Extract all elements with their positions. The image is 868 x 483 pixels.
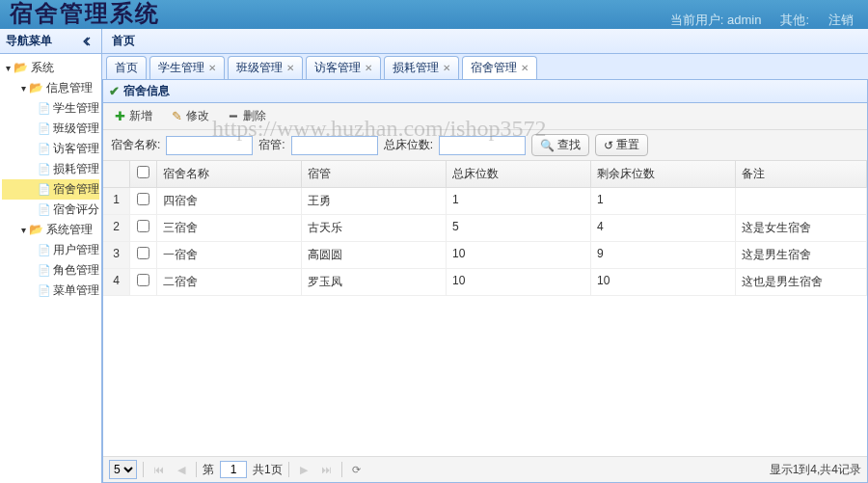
other-label: 其他:: [780, 12, 809, 29]
tree-node-用户管理[interactable]: 用户管理: [2, 240, 99, 260]
col-checkbox[interactable]: [130, 161, 157, 187]
page-current-input[interactable]: [220, 461, 247, 478]
tree-node-班级管理[interactable]: 班级管理: [2, 119, 99, 139]
main-title: 首页: [102, 29, 868, 54]
folder-icon: [29, 223, 44, 238]
tree-node-角色管理[interactable]: 角色管理: [2, 260, 99, 281]
tab-宿舍管理[interactable]: 宿舍管理✕: [462, 56, 537, 79]
cell-keeper: 古天乐: [302, 215, 447, 241]
tree-label: 学生管理: [53, 100, 99, 117]
pager: 5 ⏮ ◀ 第 共1页 ▶ ⏭ ⟳ 显示1到4,共4记录: [103, 456, 867, 482]
col-total[interactable]: 总床位数: [447, 161, 591, 187]
tabs-bar: 首页学生管理✕班级管理✕访客管理✕损耗管理✕宿舍管理✕: [102, 54, 868, 80]
tab-label: 学生管理: [158, 60, 204, 76]
tree-node-信息管理[interactable]: ▾信息管理: [2, 78, 99, 98]
tree-node-访客管理[interactable]: 访客管理: [2, 139, 99, 159]
search-keeper-input[interactable]: [291, 136, 378, 155]
col-note[interactable]: 备注: [736, 161, 867, 187]
check-icon: ✔: [109, 84, 120, 98]
tree-node-宿舍管理[interactable]: 宿舍管理: [2, 179, 99, 200]
tab-close-icon[interactable]: ✕: [365, 63, 372, 73]
tab-首页[interactable]: 首页: [106, 56, 147, 79]
tree-label: 系统管理: [46, 222, 93, 238]
row-checkbox[interactable]: [137, 220, 149, 232]
logout-link[interactable]: 注销: [828, 12, 854, 29]
col-rownum: [103, 161, 130, 187]
delete-button[interactable]: ━删除: [222, 106, 271, 126]
tab-close-icon[interactable]: ✕: [443, 63, 450, 73]
current-user-label: 当前用户: admin: [670, 12, 762, 29]
tab-close-icon[interactable]: ✕: [286, 63, 294, 73]
tree-node-学生管理[interactable]: 学生管理: [2, 98, 99, 119]
next-page-button[interactable]: ▶: [295, 461, 312, 478]
cell-remain: 9: [591, 242, 736, 268]
tree-label: 损耗管理: [53, 161, 99, 177]
sidebar-title: 导航菜单: [6, 33, 52, 49]
datagrid-title-bar: ✔ 宿舍信息: [103, 80, 867, 103]
search-reset-button[interactable]: ↺重置: [595, 134, 648, 156]
search-name-label: 宿舍名称:: [111, 137, 160, 153]
reset-icon: ↺: [604, 139, 613, 152]
search-beds-input[interactable]: [439, 136, 526, 155]
search-find-button[interactable]: 🔍查找: [531, 134, 589, 156]
row-checkbox[interactable]: [137, 193, 149, 205]
tree-node-宿舍评分[interactable]: 宿舍评分: [2, 200, 99, 220]
plus-icon: ✚: [113, 110, 126, 123]
row-checkbox[interactable]: [137, 274, 149, 286]
tree-node-系统[interactable]: ▾系统: [2, 58, 99, 78]
tree-label: 角色管理: [53, 262, 99, 279]
tab-访客管理[interactable]: 访客管理✕: [306, 56, 381, 79]
select-all-checkbox[interactable]: [137, 166, 149, 178]
tree-node-菜单管理[interactable]: 菜单管理: [2, 281, 99, 301]
datagrid-toolbar: ✚新增 ✎修改 ━删除: [103, 103, 867, 130]
cell-total: 1: [447, 188, 591, 214]
tree-label: 宿舍管理: [53, 181, 99, 198]
row-checkbox-cell[interactable]: [130, 188, 157, 214]
tab-close-icon[interactable]: ✕: [521, 63, 529, 73]
minus-icon: ━: [227, 110, 240, 123]
row-checkbox[interactable]: [137, 247, 149, 259]
collapse-sidebar-button[interactable]: [80, 34, 95, 49]
search-beds-label: 总床位数:: [384, 137, 433, 153]
row-checkbox-cell[interactable]: [130, 269, 157, 295]
row-number: 1: [103, 188, 130, 214]
page-size-select[interactable]: 5: [109, 460, 137, 479]
table-row[interactable]: 2三宿舍古天乐54这是女生宿舍: [103, 215, 867, 242]
tree-node-损耗管理[interactable]: 损耗管理: [2, 159, 99, 179]
col-remain[interactable]: 剩余床位数: [591, 161, 736, 187]
tab-label: 损耗管理: [393, 60, 439, 76]
row-checkbox-cell[interactable]: [130, 215, 157, 241]
app-logo: 宿舍管理系统: [0, 0, 656, 29]
tree-node-系统管理[interactable]: ▾系统管理: [2, 220, 99, 240]
col-keeper[interactable]: 宿管: [302, 161, 447, 187]
table-row[interactable]: 4二宿舍罗玉凤1010这也是男生宿舍: [103, 269, 867, 296]
page-total-label: 共1页: [253, 462, 283, 478]
last-page-button[interactable]: ⏭: [318, 461, 336, 478]
table-row[interactable]: 3一宿舍高圆圆109这是男生宿舍: [103, 242, 867, 269]
tab-班级管理[interactable]: 班级管理✕: [228, 56, 303, 79]
row-number: 4: [103, 269, 130, 295]
refresh-button[interactable]: ⟳: [348, 461, 366, 478]
cell-name: 二宿舍: [157, 269, 302, 295]
sidebar: 导航菜单 ▾系统▾信息管理学生管理班级管理访客管理损耗管理宿舍管理宿舍评分▾系统…: [0, 29, 102, 483]
add-button[interactable]: ✚新增: [108, 106, 157, 126]
tree-label: 菜单管理: [53, 282, 99, 299]
cell-keeper: 高圆圆: [302, 242, 447, 268]
datagrid-title: 宿舍信息: [123, 83, 170, 99]
prev-page-button[interactable]: ◀: [173, 461, 190, 478]
sidebar-header: 导航菜单: [0, 29, 101, 54]
cell-total: 10: [447, 269, 591, 295]
tab-学生管理[interactable]: 学生管理✕: [149, 56, 225, 79]
tab-close-icon[interactable]: ✕: [208, 63, 216, 73]
edit-button[interactable]: ✎修改: [165, 106, 214, 126]
col-name[interactable]: 宿舍名称: [157, 161, 302, 187]
page-icon: [38, 121, 51, 137]
first-page-button[interactable]: ⏮: [149, 461, 167, 478]
table-row[interactable]: 1四宿舍王勇11: [103, 188, 867, 215]
search-name-input[interactable]: [166, 136, 253, 155]
tab-损耗管理[interactable]: 损耗管理✕: [384, 56, 459, 79]
tab-label: 首页: [115, 60, 138, 76]
row-checkbox-cell[interactable]: [130, 242, 157, 268]
pencil-icon: ✎: [170, 110, 183, 123]
tree-label: 信息管理: [46, 80, 93, 96]
